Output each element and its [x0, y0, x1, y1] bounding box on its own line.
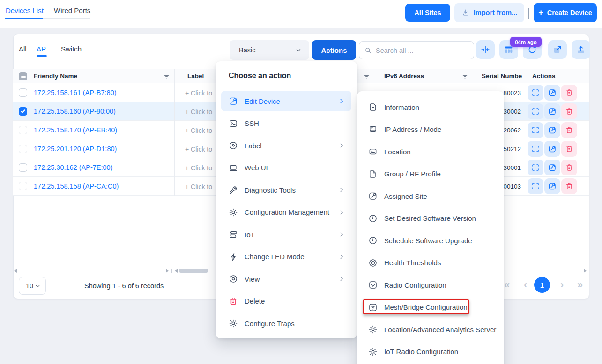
download-icon	[461, 8, 470, 17]
delete-row-button[interactable]	[561, 178, 577, 194]
col-ipv6-address: IPv6 Address	[384, 73, 424, 80]
device-name-link[interactable]: 172.25.158.161 (AP-B7:80)	[34, 89, 117, 96]
add-label-button[interactable]: + Click to	[185, 146, 212, 153]
records-summary: Showing 1 - 6 of 6 records	[84, 282, 164, 290]
scroll-left-arrow[interactable]	[14, 269, 17, 273]
select-all-checkbox[interactable]	[19, 72, 27, 80]
expand-row-button[interactable]	[528, 85, 543, 101]
scroll-right-arrow[interactable]	[584, 269, 587, 273]
filter-tab-ap[interactable]: AP	[37, 45, 46, 53]
open-in-new-button[interactable]	[548, 40, 567, 59]
menu-item-iot[interactable]: IoT	[221, 224, 351, 245]
actions-button[interactable]: Actions	[312, 40, 356, 60]
collapse-columns-button[interactable]	[476, 40, 495, 59]
submenu-item-group-rf-profile[interactable]: Group / RF Profile	[363, 164, 498, 184]
filter-icon[interactable]	[163, 73, 170, 80]
row-checkbox[interactable]	[19, 126, 27, 134]
submenu-item-iot-radio-configuration[interactable]: IoT Radio Configuration	[363, 342, 498, 362]
expand-row-button[interactable]	[528, 103, 543, 119]
submenu-item-label: Assigned Site	[384, 192, 427, 200]
menu-item-label[interactable]: Label	[221, 135, 351, 156]
scroll-right-arrow[interactable]	[166, 269, 169, 273]
delete-row-button[interactable]	[561, 122, 577, 138]
import-from-button[interactable]: Import from...	[454, 3, 524, 22]
add-label-button[interactable]: + Click to	[185, 183, 212, 190]
expand-row-button[interactable]	[528, 141, 543, 157]
menu-item-view[interactable]: View	[221, 269, 351, 289]
pager-first-button[interactable]: «	[504, 279, 510, 291]
submenu-item-location[interactable]: Location	[363, 141, 498, 162]
menu-item-web-ui[interactable]: Web UI	[221, 158, 351, 178]
menu-item-change-led-mode[interactable]: Change LED Mode	[221, 247, 351, 267]
menu-item-edit-device[interactable]: Edit Device	[221, 91, 351, 111]
submenu-item-mesh-bridge-configuration[interactable]: Mesh/Bridge Configuration	[363, 297, 498, 318]
filter-icon[interactable]	[363, 73, 370, 80]
menu-item-configuration-management[interactable]: Configuration Management	[221, 202, 351, 223]
trash-icon	[229, 297, 238, 306]
add-label-button[interactable]: + Click to	[185, 127, 212, 134]
all-sites-button[interactable]: All Sites	[405, 4, 450, 22]
submenu-item-set-desired-software-version[interactable]: Set Desired Software Version	[363, 208, 498, 229]
expand-row-button[interactable]	[528, 178, 543, 194]
submenu-item-radio-configuration[interactable]: Radio Configuration	[363, 275, 498, 295]
delete-row-button[interactable]	[561, 103, 577, 119]
device-name-link[interactable]: 172.25.158.170 (AP-EB:40)	[34, 126, 117, 134]
submenu-item-label: IoT Radio Configuration	[384, 348, 458, 356]
page-size-select[interactable]: 10	[19, 277, 46, 295]
filter-tab-switch[interactable]: Switch	[61, 45, 82, 53]
submenu-item-location-advanced-analytics-server[interactable]: Location/Advanced Analytics Server	[363, 319, 498, 340]
pager-page-1[interactable]: 1	[534, 277, 550, 293]
row-checkbox[interactable]	[19, 107, 27, 116]
view-mode-select[interactable]: Basic	[230, 40, 309, 60]
submenu-item-health-thresholds[interactable]: Health Thresholds	[363, 253, 498, 273]
add-label-button[interactable]: + Click to	[185, 164, 212, 172]
chevron-right-icon	[338, 98, 345, 104]
horizontal-scrollbar-thumb[interactable]	[179, 269, 208, 273]
row-checkbox[interactable]	[19, 88, 27, 97]
row-checkbox[interactable]	[19, 182, 27, 190]
menu-item-delete[interactable]: Delete	[221, 291, 351, 312]
chevron-right-icon	[338, 209, 345, 216]
expand-row-button[interactable]	[528, 160, 543, 175]
row-checkbox[interactable]	[19, 163, 27, 172]
add-label-button[interactable]: + Click to	[185, 108, 212, 116]
submenu-item-information[interactable]: Information	[363, 97, 498, 117]
edit-row-button[interactable]	[544, 178, 560, 194]
add-label-button[interactable]: + Click to	[185, 89, 212, 97]
expand-row-button[interactable]	[528, 122, 543, 138]
edit-row-button[interactable]	[544, 122, 560, 138]
tab-wired-ports[interactable]: Wired Ports	[54, 7, 90, 15]
stack-icon	[229, 230, 238, 239]
delete-row-button[interactable]	[561, 141, 577, 157]
pager-prev-button[interactable]: ‹	[524, 279, 527, 291]
submenu-item-label: Health Thresholds	[384, 259, 441, 267]
upload-button[interactable]	[572, 40, 590, 59]
create-device-button[interactable]: + Create Device	[534, 3, 597, 22]
filter-icon[interactable]	[461, 73, 468, 80]
edit-row-button[interactable]	[544, 160, 560, 175]
pager-last-button[interactable]: »	[577, 279, 583, 291]
menu-item-configure-traps[interactable]: Configure Traps	[221, 313, 351, 334]
menu-item-ssh[interactable]: SSH	[221, 113, 351, 134]
menu-item-label: Label	[245, 142, 262, 150]
edit-row-button[interactable]	[544, 103, 560, 119]
menu-item-diagnostic-tools[interactable]: Diagnostic Tools	[221, 180, 351, 200]
edit-row-button[interactable]	[544, 85, 560, 101]
device-name-link[interactable]: 172.25.158.160 (AP-80:00)	[34, 108, 116, 115]
submenu-item-assigned-site[interactable]: Assigned Site	[363, 186, 498, 206]
device-name-link[interactable]: 172.25.201.120 (AP-D1:80)	[34, 145, 117, 153]
device-name-link[interactable]: 172.25.30.162 (AP-7E:00)	[34, 164, 112, 171]
menu-item-label: Configuration Management	[245, 208, 329, 216]
filter-tab-all[interactable]: All	[19, 45, 27, 53]
edit-row-button[interactable]	[544, 141, 560, 157]
submenu-item-schedule-software-upgrade[interactable]: Schedule Software Upgrade	[363, 230, 498, 251]
device-name-link[interactable]: 172.25.158.158 (AP-CA:C0)	[34, 182, 119, 190]
submenu-item-ip-address-mode[interactable]: IP Address / Mode	[363, 119, 498, 140]
delete-row-button[interactable]	[561, 160, 577, 175]
tab-devices-list[interactable]: Devices List	[6, 7, 44, 15]
row-checkbox[interactable]	[19, 145, 27, 153]
search-input[interactable]	[376, 47, 469, 54]
scroll-left-arrow[interactable]	[175, 269, 178, 273]
delete-row-button[interactable]	[561, 85, 577, 101]
pager-next-button[interactable]: ›	[560, 279, 564, 291]
